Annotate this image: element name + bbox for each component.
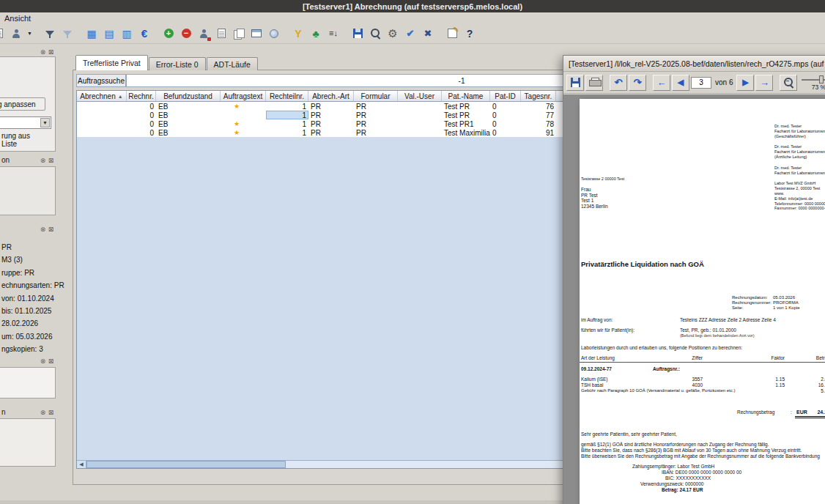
user-button[interactable] (7, 25, 25, 42)
column-header-pat-name[interactable]: Pat.-Name (442, 91, 490, 101)
tab-trefferliste-privat[interactable]: Trefferliste Privat (75, 55, 148, 70)
column-header-rechnr[interactable]: Rechnr. (127, 91, 156, 101)
panel-close-icon[interactable]: ⊠ (47, 357, 55, 365)
option-label-2[interactable]: Liste (1, 140, 17, 148)
clipboard-button[interactable] (212, 25, 230, 42)
app-title: [Testserver1] Abrechnung (auf testserver… (303, 2, 522, 11)
report-view-button[interactable]: ▥ (118, 25, 136, 42)
first-page-button[interactable]: ← (653, 75, 670, 91)
preview-print-button[interactable] (585, 75, 603, 91)
help-icon: ? (467, 29, 473, 39)
panel5-box (0, 418, 56, 467)
cell-pat-id: 0 (490, 128, 521, 137)
edit-form-button[interactable]: ✎ (443, 25, 461, 42)
panel-undock-icon[interactable]: ⊗ (39, 157, 47, 164)
column-header-abrechnen[interactable]: Abrechnen▲ (77, 91, 127, 101)
grid-view2-button[interactable]: ▤ (100, 25, 118, 42)
info-line: 28.02.2026 (1, 317, 64, 330)
cancel-button[interactable]: ✖ (419, 25, 437, 42)
help-button[interactable]: ? (461, 25, 478, 42)
confirm-button[interactable]: ✔ (402, 25, 419, 42)
page-number-input[interactable] (691, 77, 711, 89)
panel-close-icon[interactable]: ⊠ (47, 48, 55, 56)
payment-line: Betrag: 24.17 EUR (662, 487, 741, 493)
column-header-auftragstext[interactable]: Auftragstext (221, 91, 266, 101)
prev-page-button[interactable]: ◀ (672, 75, 689, 91)
sample-button[interactable]: Y (289, 25, 307, 42)
clipboard-icon (218, 29, 226, 38)
user-dropdown-button[interactable]: ▼ (25, 25, 34, 42)
cell-abrechnen (77, 119, 127, 128)
preview-save-button[interactable] (566, 75, 584, 91)
zoom-slider[interactable] (800, 75, 825, 84)
preview-titlebar[interactable]: [Testserver1] /l/lok_rel-V25-2025.08-bef… (563, 56, 825, 72)
euro-button[interactable]: € (136, 25, 153, 42)
form-button[interactable] (248, 25, 265, 42)
preview-viewport[interactable]: Dr. med. Tester Facharzt für Laboratoriu… (563, 94, 825, 504)
zoom-slider-thumb[interactable] (819, 75, 824, 84)
lab-info-line: Faxnummer: 0000 0000000-00 (774, 206, 825, 211)
remove-button[interactable]: − (177, 25, 195, 42)
undo-view-button[interactable]: ↶ (610, 75, 627, 91)
physician-name: Dr. med. Tester (774, 144, 825, 149)
sidebar-combobox[interactable]: ▼ (0, 116, 51, 129)
first-page-icon: ← (657, 78, 667, 87)
option-label-1[interactable]: rung aus (1, 132, 30, 140)
filter-clear-button[interactable] (59, 25, 76, 42)
search-button[interactable] (366, 25, 384, 42)
physician-name: Dr. med. Tester (774, 166, 825, 171)
panel-close-icon[interactable]: ⊠ (47, 226, 55, 233)
last-page-button[interactable]: → (755, 75, 773, 91)
panel-close-icon[interactable]: ⊠ (47, 157, 55, 164)
lab-info-line: Telefonnummer: 0000 000000000-0 (774, 201, 825, 207)
item-betrag: 5.41 (796, 388, 825, 394)
panel-close-icon[interactable]: ⊠ (47, 409, 55, 416)
order-value: Testeins ZZZ Adresse Zeile 2 Adresse Zei… (680, 317, 776, 323)
clipped-toolbar-button[interactable] (0, 25, 7, 42)
column-header-pat-id[interactable]: Pat-ID (490, 91, 521, 101)
meta-label: Seite: (732, 305, 773, 311)
anpassen-button[interactable]: ng anpassen (0, 97, 45, 111)
menu-ansicht[interactable]: Ansicht (1, 14, 34, 23)
cell-rechteilnr: 1 (266, 128, 308, 137)
scroll-left-arrow[interactable]: ◀ (77, 461, 86, 468)
settings-button[interactable]: ⚙ (384, 25, 402, 42)
panel-undock-icon[interactable]: ⊗ (39, 357, 47, 365)
add-button[interactable]: + (160, 25, 177, 42)
item-faktor: 1.15 (751, 382, 785, 388)
physician-role: Facharzt für Laboratoriumsmedizin (774, 171, 825, 176)
save-button[interactable] (349, 25, 366, 42)
column-header-abrech-art[interactable]: Abrech.-Art (308, 91, 354, 101)
tab-adt-laeufe[interactable]: ADT-Läufe (207, 57, 258, 70)
column-header-tagesnr[interactable]: Tagesnr. (521, 91, 556, 101)
column-header-rechteilnr[interactable]: Rechteilnr. (266, 91, 308, 101)
info-line: ngskopien: 3 (1, 343, 64, 355)
redo-view-button[interactable]: ↷ (629, 75, 646, 91)
sort-button[interactable]: ≡↓ (325, 25, 342, 42)
panel-undock-icon[interactable]: ⊗ (39, 48, 47, 56)
user-edit-button[interactable] (195, 25, 212, 42)
next-page-button[interactable]: ▶ (736, 75, 754, 91)
tab-error-liste[interactable]: Error-Liste 0 (149, 57, 206, 70)
scrollbar-thumb[interactable] (86, 461, 286, 468)
cell-abrechnen (77, 102, 127, 111)
tree-button[interactable]: ♣ (307, 25, 325, 42)
physician-name: Dr. med. Tester (774, 124, 825, 129)
column-header-formular[interactable]: Formular (354, 91, 398, 101)
minus-glyph: − (785, 78, 790, 84)
copy-button[interactable] (230, 25, 248, 42)
panel-undock-icon[interactable]: ⊗ (39, 226, 47, 233)
euro-icon: € (141, 28, 147, 39)
column-label: Abrech.-Art (312, 92, 349, 100)
payment-line: IBAN: DE00 0000 0000 0000 0000 00 (662, 470, 741, 475)
globe-button[interactable] (265, 25, 283, 42)
filter-button[interactable] (41, 25, 59, 42)
zoom-out-button[interactable]: − (780, 75, 797, 91)
grid-view-button[interactable]: ▦ (83, 25, 100, 42)
column-header-val-user[interactable]: Val.-User (398, 91, 442, 101)
panel-undock-icon[interactable]: ⊗ (39, 409, 47, 416)
cell-rechteilnr-selected[interactable]: 1 (266, 111, 308, 119)
column-header-befundzustand[interactable]: Befundzustand (156, 91, 221, 101)
billing-info: PR M3 (3) ruppe: PR echnungsarten: PR vo… (1, 241, 64, 356)
patient-note: (Befund liegt dem behandelnden Arzt vor) (680, 333, 755, 339)
